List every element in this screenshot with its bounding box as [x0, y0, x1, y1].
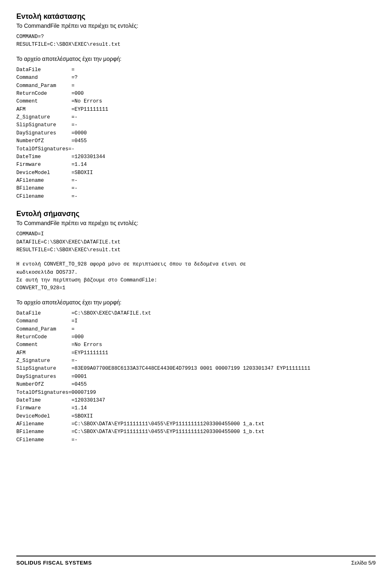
section1-intro: Το CommandFile πρέπει να περιέχει τις εν…: [16, 22, 376, 29]
section-katastasis: Εντολή κατάστασης Το CommandFile πρέπει …: [16, 12, 376, 201]
section2-title: Εντολή σήμανσης: [16, 210, 376, 218]
footer-company: SOLIDUS FISCAL SYSTEMS: [16, 560, 92, 566]
section2-result-intro: Το αρχείο αποτελέσματος έχει την μορφή:: [16, 299, 376, 306]
section1-title: Εντολή κατάστασης: [16, 12, 376, 21]
section1-commands: COMMAND=? RESULTFILE=C:\SBOX\EXEC\result…: [16, 33, 376, 49]
section1-result-code: DataFile = Command =? Command_Param = Re…: [16, 66, 376, 201]
footer-page: Σελίδα 5/9: [351, 560, 376, 566]
section2-intro: Το CommandFile πρέπει να περιέχει τις εν…: [16, 220, 376, 226]
section2-result-code: DataFile =C:\SBOX\EXEC\DATAFILE.txt Comm…: [16, 310, 376, 444]
section-simansis: Εντολή σήμανσης Το CommandFile πρέπει να…: [16, 210, 376, 444]
section1-result-intro: Το αρχείο αποτελέσματος έχει την μορφή:: [16, 56, 376, 62]
section2-note: Η εντολή CONVERT_TO_928 αφορά μόνο σε πε…: [16, 261, 376, 293]
footer: SOLIDUS FISCAL SYSTEMS Σελίδα 5/9: [16, 556, 376, 566]
section2-commands: COMMAND=I DATAFILE=C:\SBOX\EXEC\DATAFILE…: [16, 230, 376, 254]
